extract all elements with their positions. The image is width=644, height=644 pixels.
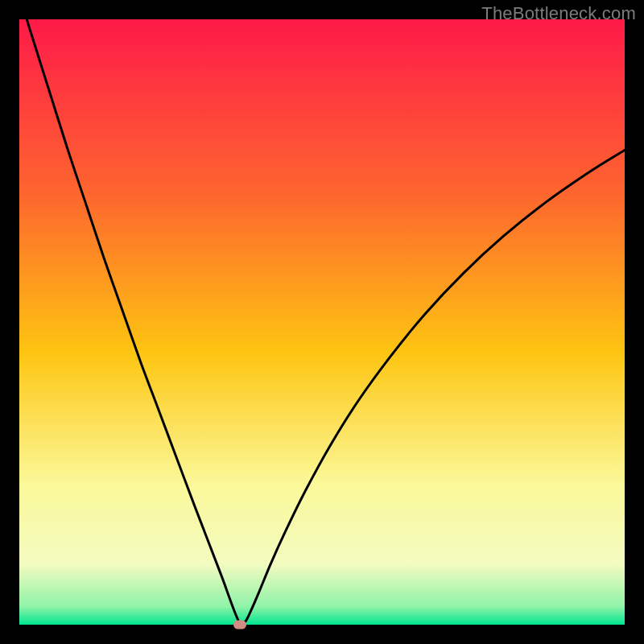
gradient-background: [19, 19, 625, 625]
bottleneck-chart: [19, 19, 625, 625]
chart-frame: [19, 19, 625, 625]
optimal-point-marker: [233, 621, 246, 630]
watermark-text: TheBottleneck.com: [481, 3, 636, 24]
